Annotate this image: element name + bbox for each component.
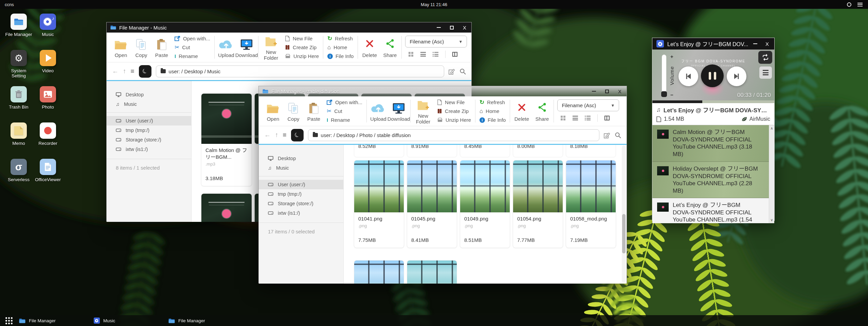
pause-button[interactable] xyxy=(701,64,724,87)
new-folder-button[interactable]: New Folder xyxy=(412,96,434,126)
sidebar-item-tmp[interactable]: tmp (tmp:/) xyxy=(107,126,191,135)
file-card-image[interactable]: 01049.png .png 8.51MB xyxy=(460,160,510,248)
sidebar-item-ixtw[interactable]: ixtw (is1:/) xyxy=(107,145,191,154)
edit-path-icon[interactable] xyxy=(604,132,610,138)
next-track-button[interactable] xyxy=(727,66,746,86)
file-card-image[interactable]: 01041.png .png 7.75MB xyxy=(354,160,404,248)
create-zip-button[interactable]: Create Zip xyxy=(285,43,319,51)
sidebar-item-music[interactable]: ♫ Music xyxy=(259,163,343,173)
file-card-partial[interactable]: 8.52MB xyxy=(354,145,404,157)
path-menu-button[interactable]: ≡ xyxy=(131,68,134,75)
title-bar[interactable]: File Manager - stable diffusion X xyxy=(259,86,627,96)
file-card-image[interactable]: 01058_mod.png .png 7.19MB xyxy=(566,160,616,248)
sidebar-item-desktop[interactable]: Desktop xyxy=(259,154,343,163)
sidebar-item-storage[interactable]: Storage (store:/) xyxy=(259,199,343,208)
sidebar-item-storage[interactable]: Storage (store:/) xyxy=(107,135,191,145)
file-info-button[interactable]: i File Info xyxy=(327,52,354,60)
search-icon[interactable] xyxy=(615,132,621,138)
scroll-up-icon[interactable]: ∧ xyxy=(770,126,773,131)
minimize-button[interactable] xyxy=(592,91,596,92)
close-button[interactable]: X xyxy=(618,89,621,94)
delete-button[interactable]: Delete xyxy=(359,33,380,62)
open-with-button[interactable]: Open with... xyxy=(327,98,362,106)
open-button[interactable]: Open xyxy=(111,33,131,62)
scrollbar-thumb[interactable] xyxy=(622,214,626,253)
rename-button[interactable]: I Rename xyxy=(327,116,362,124)
status-ring-icon[interactable] xyxy=(847,2,851,7)
view-list-button[interactable] xyxy=(420,52,426,57)
close-button[interactable]: X xyxy=(765,41,769,46)
desktop-icon-photo[interactable]: Photo xyxy=(33,86,62,122)
desktop-icon-video[interactable]: Video xyxy=(33,50,62,86)
view-column-button[interactable] xyxy=(604,116,610,120)
file-card-image[interactable] xyxy=(407,260,457,284)
unzip-here-button[interactable]: Unzip Here xyxy=(437,116,471,124)
dark-mode-toggle[interactable]: ☾ xyxy=(291,129,304,141)
path-menu-button[interactable]: ≡ xyxy=(283,131,287,139)
refresh-button[interactable]: ↻ Refresh xyxy=(480,98,506,106)
file-card-mp3[interactable]: Calm Motion @ フリーBGM... .mp3 3.18MB xyxy=(201,93,252,186)
create-zip-button[interactable]: Create Zip xyxy=(437,107,471,115)
sidebar-item-ixtw[interactable]: ixtw (is1:/) xyxy=(259,208,343,218)
view-detail-list-button[interactable] xyxy=(433,52,438,57)
maximize-button[interactable] xyxy=(450,26,454,30)
upload-button[interactable]: Upload xyxy=(368,96,388,126)
home-button[interactable]: ⌂ Home xyxy=(327,43,354,51)
playlist-item-current[interactable]: Let’s Enjoy @ フリーBGM DOVA-SYNDROME OFFIC… xyxy=(652,198,774,223)
previous-track-button[interactable] xyxy=(679,66,698,86)
file-card-partial[interactable]: 8.00MB xyxy=(513,145,563,157)
taskbar-item-file-manager-1[interactable]: File Manager xyxy=(19,318,89,323)
desktop-icon-file-manager[interactable]: File Manager xyxy=(4,14,33,50)
repeat-button[interactable] xyxy=(758,51,772,64)
desktop-icon-system-setting[interactable]: ⚙ System Setting xyxy=(4,50,33,86)
file-card-image[interactable]: 01045.png .png 8.41MB xyxy=(407,160,457,248)
file-card-image[interactable] xyxy=(354,260,404,284)
up-button[interactable]: ↑ xyxy=(123,68,126,75)
view-grid-button[interactable] xyxy=(409,52,414,57)
view-grid-button[interactable] xyxy=(561,116,566,121)
playlist-item[interactable]: Calm Motion @ フリーBGM DOVA-SYNDROME OFFIC… xyxy=(652,125,774,162)
sort-dropdown[interactable]: Filename (Asc)▼ xyxy=(405,36,467,47)
content-scrollbar[interactable] xyxy=(622,146,626,283)
search-icon[interactable] xyxy=(459,68,466,75)
back-button[interactable]: ← xyxy=(112,68,119,75)
new-file-button[interactable]: New File xyxy=(437,98,471,106)
title-bar[interactable]: File Manager - Music X xyxy=(107,22,471,33)
sidebar-item-music[interactable]: ♫ Music xyxy=(107,99,191,109)
system-menu-icon[interactable] xyxy=(857,3,863,6)
download-button[interactable]: Download xyxy=(388,96,409,126)
desktop-icon-memo[interactable]: Memo xyxy=(4,122,33,159)
cut-button[interactable]: ✂ Cut xyxy=(175,43,210,51)
up-button[interactable]: ↑ xyxy=(275,131,278,139)
volume-slider[interactable] xyxy=(662,55,666,96)
desktop-icon-officeviewer[interactable]: OfficeViewer xyxy=(33,159,62,195)
refresh-button[interactable]: ↻ Refresh xyxy=(327,35,354,42)
desktop-icon-recorder[interactable]: Recorder xyxy=(33,122,62,159)
file-card-partial[interactable]: 8.45MB xyxy=(460,145,510,157)
cut-button[interactable]: ✂ Cut xyxy=(327,107,362,115)
breadcrumb[interactable]: user: / Desktop / Music xyxy=(156,65,444,77)
view-detail-list-button[interactable] xyxy=(585,116,591,120)
file-info-button[interactable]: i File Info xyxy=(480,116,506,124)
sidebar-item-user[interactable]: User (user:/) xyxy=(107,116,191,126)
dark-mode-toggle[interactable]: ☾ xyxy=(139,65,151,78)
taskbar-item-music[interactable]: Music xyxy=(94,318,164,324)
desktop-icon-music[interactable]: Music xyxy=(33,14,62,50)
playlist-item[interactable]: Holiday Overslept @ フリーBGM DOVA-SYNDROME… xyxy=(652,162,774,198)
copy-button[interactable]: Copy xyxy=(283,96,304,126)
rename-button[interactable]: I Rename xyxy=(175,52,210,60)
file-card-partial[interactable]: 8.91MB xyxy=(407,145,457,157)
app-launcher-button[interactable] xyxy=(5,317,14,324)
open-button[interactable]: Open xyxy=(263,96,283,126)
edit-path-icon[interactable] xyxy=(449,68,455,75)
playlist-menu-button[interactable] xyxy=(759,66,772,79)
share-button[interactable]: Share xyxy=(532,96,552,126)
copy-button[interactable]: Copy xyxy=(131,33,151,62)
file-card-mp3[interactable] xyxy=(201,193,252,222)
close-button[interactable]: X xyxy=(463,25,466,30)
desktop-icon-serverless[interactable]: σ Serverless xyxy=(4,159,33,195)
scroll-down-icon[interactable]: ∨ xyxy=(770,218,773,222)
paste-button[interactable]: Paste xyxy=(151,33,172,62)
open-with-button[interactable]: Open with... xyxy=(175,35,210,42)
sidebar-item-desktop[interactable]: Desktop xyxy=(107,90,191,99)
